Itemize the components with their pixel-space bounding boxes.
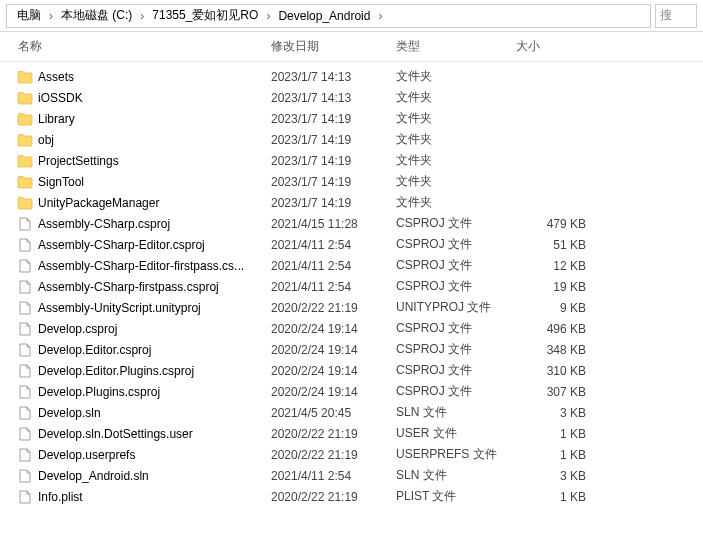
folder-icon: [16, 132, 34, 148]
folder-icon: [16, 153, 34, 169]
folder-row[interactable]: iOSSDK2023/1/7 14:13文件夹: [0, 87, 703, 108]
folder-row[interactable]: Assets2023/1/7 14:13文件夹: [0, 66, 703, 87]
item-name: Develop.csproj: [38, 322, 271, 336]
file-icon: [16, 216, 34, 232]
item-type: CSPROJ 文件: [396, 341, 516, 358]
header-name[interactable]: 名称: [16, 38, 271, 55]
item-type: CSPROJ 文件: [396, 383, 516, 400]
file-row[interactable]: Assembly-CSharp-Editor.csproj2021/4/11 2…: [0, 234, 703, 255]
file-row[interactable]: Develop.sln2021/4/5 20:45SLN 文件3 KB: [0, 402, 703, 423]
item-size: 19 KB: [516, 280, 596, 294]
item-date: 2020/2/24 19:14: [271, 343, 396, 357]
item-size: 479 KB: [516, 217, 596, 231]
file-row[interactable]: Develop_Android.sln2021/4/11 2:54SLN 文件3…: [0, 465, 703, 486]
item-name: SignTool: [38, 175, 271, 189]
item-type: CSPROJ 文件: [396, 236, 516, 253]
folder-row[interactable]: Library2023/1/7 14:19文件夹: [0, 108, 703, 129]
item-date: 2021/4/5 20:45: [271, 406, 396, 420]
breadcrumb-segment[interactable]: Develop_Android: [274, 7, 374, 25]
file-icon: [16, 405, 34, 421]
item-date: 2020/2/22 21:19: [271, 490, 396, 504]
item-date: 2023/1/7 14:19: [271, 196, 396, 210]
folder-row[interactable]: SignTool2023/1/7 14:19文件夹: [0, 171, 703, 192]
file-row[interactable]: Develop.Plugins.csproj2020/2/24 19:14CSP…: [0, 381, 703, 402]
item-name: ProjectSettings: [38, 154, 271, 168]
chevron-right-icon: ›: [138, 9, 146, 23]
file-row[interactable]: Assembly-CSharp.csproj2021/4/15 11:28CSP…: [0, 213, 703, 234]
folder-row[interactable]: ProjectSettings2023/1/7 14:19文件夹: [0, 150, 703, 171]
item-date: 2023/1/7 14:19: [271, 175, 396, 189]
header-type[interactable]: 类型: [396, 38, 516, 55]
file-icon: [16, 279, 34, 295]
item-date: 2020/2/24 19:14: [271, 385, 396, 399]
file-row[interactable]: Info.plist2020/2/22 21:19PLIST 文件1 KB: [0, 486, 703, 507]
item-name: iOSSDK: [38, 91, 271, 105]
item-type: 文件夹: [396, 68, 516, 85]
item-date: 2023/1/7 14:19: [271, 133, 396, 147]
breadcrumb-segment[interactable]: 电脑: [13, 5, 45, 26]
item-name: Assembly-UnityScript.unityproj: [38, 301, 271, 315]
item-name: Assembly-CSharp-Editor.csproj: [38, 238, 271, 252]
item-name: Develop.Plugins.csproj: [38, 385, 271, 399]
file-icon: [16, 489, 34, 505]
breadcrumb-segment[interactable]: 71355_爱如初见RO: [148, 5, 262, 26]
file-row[interactable]: Develop.csproj2020/2/24 19:14CSPROJ 文件49…: [0, 318, 703, 339]
file-row[interactable]: Assembly-UnityScript.unityproj2020/2/22 …: [0, 297, 703, 318]
folder-icon: [16, 174, 34, 190]
item-name: Assembly-CSharp.csproj: [38, 217, 271, 231]
item-date: 2023/1/7 14:19: [271, 154, 396, 168]
item-type: USER 文件: [396, 425, 516, 442]
item-date: 2020/2/22 21:19: [271, 448, 396, 462]
item-date: 2020/2/24 19:14: [271, 322, 396, 336]
item-type: CSPROJ 文件: [396, 257, 516, 274]
file-row[interactable]: Assembly-CSharp-firstpass.csproj2021/4/1…: [0, 276, 703, 297]
header-date[interactable]: 修改日期: [271, 38, 396, 55]
item-name: Develop.sln: [38, 406, 271, 420]
file-icon: [16, 237, 34, 253]
item-name: Assets: [38, 70, 271, 84]
item-date: 2020/2/22 21:19: [271, 427, 396, 441]
item-type: 文件夹: [396, 194, 516, 211]
file-row[interactable]: Develop.Editor.Plugins.csproj2020/2/24 1…: [0, 360, 703, 381]
header-size[interactable]: 大小: [516, 38, 606, 55]
item-size: 12 KB: [516, 259, 596, 273]
item-size: 496 KB: [516, 322, 596, 336]
item-size: 1 KB: [516, 490, 596, 504]
folder-icon: [16, 90, 34, 106]
item-date: 2023/1/7 14:13: [271, 91, 396, 105]
item-name: Develop.Editor.Plugins.csproj: [38, 364, 271, 378]
item-type: 文件夹: [396, 131, 516, 148]
item-type: 文件夹: [396, 152, 516, 169]
folder-icon: [16, 111, 34, 127]
item-size: 51 KB: [516, 238, 596, 252]
item-date: 2020/2/22 21:19: [271, 301, 396, 315]
file-icon: [16, 300, 34, 316]
column-headers: 名称 修改日期 类型 大小: [0, 32, 703, 62]
file-icon: [16, 321, 34, 337]
file-row[interactable]: Develop.sln.DotSettings.user2020/2/22 21…: [0, 423, 703, 444]
file-row[interactable]: Assembly-CSharp-Editor-firstpass.cs...20…: [0, 255, 703, 276]
file-icon: [16, 342, 34, 358]
file-list: Assets2023/1/7 14:13文件夹iOSSDK2023/1/7 14…: [0, 62, 703, 507]
breadcrumb-segment[interactable]: 本地磁盘 (C:): [57, 5, 136, 26]
item-date: 2021/4/15 11:28: [271, 217, 396, 231]
item-type: PLIST 文件: [396, 488, 516, 505]
search-input[interactable]: 搜: [655, 4, 697, 28]
item-date: 2023/1/7 14:13: [271, 70, 396, 84]
item-size: 307 KB: [516, 385, 596, 399]
folder-icon: [16, 69, 34, 85]
item-date: 2021/4/11 2:54: [271, 238, 396, 252]
item-date: 2021/4/11 2:54: [271, 469, 396, 483]
item-name: Develop.userprefs: [38, 448, 271, 462]
item-type: 文件夹: [396, 89, 516, 106]
file-row[interactable]: Develop.Editor.csproj2020/2/24 19:14CSPR…: [0, 339, 703, 360]
item-type: CSPROJ 文件: [396, 362, 516, 379]
file-row[interactable]: Develop.userprefs2020/2/22 21:19USERPREF…: [0, 444, 703, 465]
item-type: SLN 文件: [396, 404, 516, 421]
folder-row[interactable]: UnityPackageManager2023/1/7 14:19文件夹: [0, 192, 703, 213]
chevron-right-icon: ›: [376, 9, 384, 23]
breadcrumb[interactable]: 电脑›本地磁盘 (C:)›71355_爱如初见RO›Develop_Androi…: [6, 4, 651, 28]
item-type: 文件夹: [396, 110, 516, 127]
folder-row[interactable]: obj2023/1/7 14:19文件夹: [0, 129, 703, 150]
item-type: 文件夹: [396, 173, 516, 190]
